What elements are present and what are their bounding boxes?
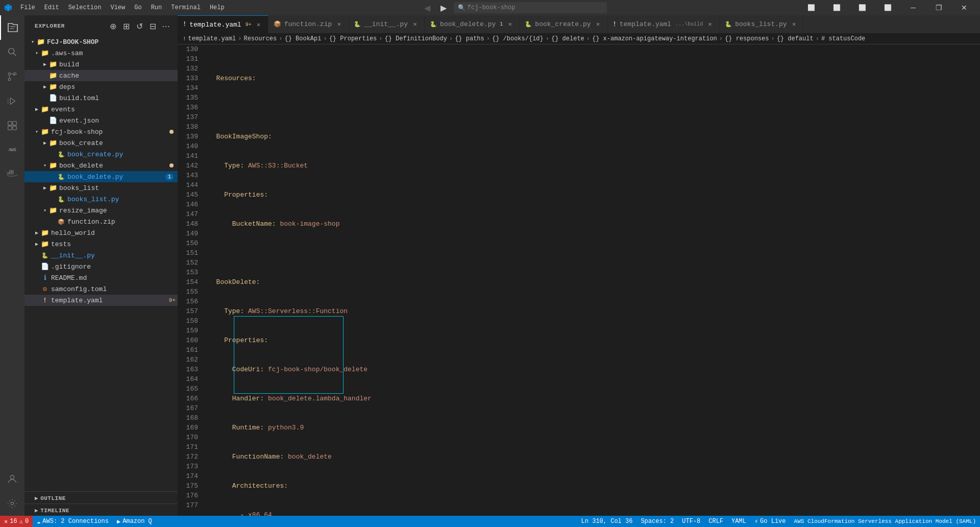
breadcrumb-template-yaml[interactable]: template.yaml: [188, 35, 236, 42]
tree-item-cache[interactable]: ▶ 📁 cache: [24, 70, 178, 81]
line-num-147: 147: [178, 209, 198, 219]
sidebar-item-source-control[interactable]: [0, 64, 24, 89]
tree-item-book-create[interactable]: ▶ 📁 book_create: [24, 137, 178, 149]
spaces-text: Spaces: 2: [641, 518, 674, 525]
tab-init-py[interactable]: 🐍 __init__.py ✕: [349, 15, 425, 33]
status-spaces[interactable]: Spaces: 2: [636, 516, 678, 527]
tree-item-aws-sam[interactable]: ▾ 📁 .aws-sam: [24, 47, 178, 59]
tree-item-event-json[interactable]: ▶ 📄 event.json: [24, 115, 178, 126]
sidebar-item-extensions[interactable]: [0, 113, 24, 138]
tree-item-events[interactable]: ▶ 📁 events: [24, 104, 178, 115]
account-icon[interactable]: [0, 467, 24, 491]
tab-template-yaml-build-close[interactable]: ✕: [706, 20, 714, 29]
outline-section[interactable]: ▶ OUTLINE: [24, 491, 178, 504]
new-folder-button[interactable]: ⊞: [120, 20, 132, 32]
event-json-icon: 📄: [49, 116, 57, 125]
collapse-all-button[interactable]: ⊟: [147, 20, 158, 32]
tree-item-gitignore[interactable]: ▶ 📄 .gitignore: [24, 261, 178, 272]
sidebar-item-docker[interactable]: [0, 162, 24, 187]
nav-back-button[interactable]: ◀: [421, 2, 433, 14]
layout-button-4[interactable]: ⬜: [876, 0, 899, 15]
menu-run[interactable]: Run: [147, 3, 166, 12]
tab-init-py-close[interactable]: ✕: [411, 20, 419, 29]
tree-item-hello-world[interactable]: ▶ 📁 hello_world: [24, 227, 178, 238]
breadcrumb-bookapi[interactable]: {} BookApi: [284, 35, 321, 42]
tab-function-zip-close[interactable]: ✕: [335, 20, 343, 29]
tab-template-yaml-build[interactable]: ! template.yaml ...\build ✕: [608, 15, 720, 33]
new-file-button[interactable]: ⊕: [107, 20, 118, 32]
breadcrumb-status-code[interactable]: # statusCode: [821, 35, 865, 42]
search-bar[interactable]: 🔍 fcj-book-shop: [454, 2, 607, 13]
breadcrumb-definition-body[interactable]: {} DefinitionBody: [385, 35, 447, 42]
menu-edit[interactable]: Edit: [40, 3, 63, 12]
timeline-section[interactable]: ▶ TIMELINE: [24, 504, 178, 516]
cache-folder-icon: 📁: [49, 71, 57, 80]
status-cursor-position[interactable]: Ln 310, Col 36: [577, 516, 637, 527]
sidebar-item-aws[interactable]: AWS: [0, 138, 24, 162]
tree-item-samconfig[interactable]: ▶ ⚙ samconfig.toml: [24, 283, 178, 295]
menu-view[interactable]: View: [106, 3, 129, 12]
sidebar-item-explorer[interactable]: [0, 15, 24, 40]
layout-button-3[interactable]: ⬜: [850, 0, 874, 15]
refresh-button[interactable]: ↺: [134, 20, 145, 32]
status-language[interactable]: YAML: [727, 516, 750, 527]
window-restore-button[interactable]: ❐: [927, 0, 950, 15]
status-errors[interactable]: ✕ 16 ⚠ 0: [0, 516, 33, 527]
tab-book-delete-py[interactable]: 🐍 book_delete.py 1 ✕: [425, 15, 520, 33]
status-go-live[interactable]: ⚡ Go Live: [750, 516, 790, 527]
status-aws-connections[interactable]: ☁ AWS: 2 Connections: [33, 516, 113, 527]
status-saml[interactable]: AWS CloudFormation Serverless Applicatio…: [790, 516, 980, 527]
breadcrumb-paths[interactable]: {} paths: [455, 35, 484, 42]
tab-template-yaml-close[interactable]: ✕: [255, 20, 263, 29]
tree-item-resize-image[interactable]: ▾ 📁 resize_image: [24, 205, 178, 216]
tree-item-build[interactable]: ▶ 📁 build: [24, 59, 178, 70]
settings-icon[interactable]: [0, 491, 24, 516]
layout-button-2[interactable]: ⬜: [825, 0, 848, 15]
tree-item-template-yaml[interactable]: ▶ ! template.yaml 9+: [24, 295, 178, 306]
nav-forward-button[interactable]: ▶: [437, 2, 450, 14]
status-line-ending[interactable]: CRLF: [704, 516, 727, 527]
tab-book-create-py-close[interactable]: ✕: [594, 20, 602, 29]
tab-books-list-py[interactable]: 🐍 books_list.py ✕: [720, 15, 803, 33]
layout-button-1[interactable]: ⬜: [799, 0, 823, 15]
tab-template-yaml[interactable]: ! template.yaml 9+ ✕: [178, 15, 268, 33]
tab-book-delete-py-close[interactable]: ✕: [506, 20, 514, 29]
sidebar-item-run-debug[interactable]: [0, 89, 24, 113]
window-close-button[interactable]: ✕: [952, 0, 976, 15]
tree-item-book-create-py[interactable]: ▶ 🐍 book_create.py: [24, 149, 178, 160]
tab-book-create-py[interactable]: 🐍 book_create.py ✕: [520, 15, 607, 33]
breadcrumb-books-id[interactable]: {} /books/{id}: [492, 35, 544, 42]
menu-file[interactable]: File: [16, 3, 39, 12]
breadcrumb-responses[interactable]: {} responses: [725, 35, 769, 42]
menu-selection[interactable]: Selection: [64, 3, 106, 12]
code-editor[interactable]: 130 131 132 133 134 135 136 137 138 139 …: [178, 44, 980, 516]
tab-function-zip[interactable]: 📦 function.zip ✕: [268, 15, 349, 33]
tree-item-function-zip[interactable]: ▶ 📦 function.zip: [24, 216, 178, 227]
tree-item-books-list-py[interactable]: ▶ 🐍 books_list.py: [24, 194, 178, 205]
menu-go[interactable]: Go: [130, 3, 145, 12]
tree-item-books-list[interactable]: ▶ 📁 books_list: [24, 182, 178, 194]
more-actions-button[interactable]: ⋯: [160, 20, 172, 32]
tree-item-readme[interactable]: ▶ ℹ README.md: [24, 272, 178, 283]
tree-item-deps[interactable]: ▶ 📁 deps: [24, 81, 178, 92]
aws-sam-folder-icon: 📁: [41, 49, 49, 57]
root-folder[interactable]: ▾ 📁 FCJ-BOOK-SHOP: [24, 36, 178, 47]
status-amazon-q[interactable]: ▶ Amazon Q: [113, 516, 156, 527]
menu-terminal[interactable]: Terminal: [167, 3, 205, 12]
window-minimize-button[interactable]: ─: [901, 0, 925, 15]
menu-help[interactable]: Help: [206, 3, 229, 12]
tree-item-tests[interactable]: ▶ 📁 tests: [24, 238, 178, 250]
tree-item-fcj-book-shop[interactable]: ▾ 📁 fcj-book-shop: [24, 126, 178, 137]
breadcrumb-delete[interactable]: {} delete: [551, 35, 584, 42]
tree-item-build-toml[interactable]: ▶ 📄 build.toml: [24, 92, 178, 104]
breadcrumb-default[interactable]: {} default: [777, 35, 814, 42]
sidebar-item-search[interactable]: [0, 40, 24, 64]
breadcrumb-x-amazon[interactable]: {} x-amazon-apigateway-integration: [592, 35, 717, 42]
tree-item-book-delete[interactable]: ▾ 📁 book_delete: [24, 160, 178, 171]
breadcrumb-resources[interactable]: Resources: [243, 35, 277, 42]
tree-item-init-py[interactable]: ▶ 🐍 __init__.py: [24, 250, 178, 261]
status-encoding[interactable]: UTF-8: [678, 516, 704, 527]
tree-item-book-delete-py[interactable]: ▶ 🐍 book_delete.py 1: [24, 171, 178, 182]
breadcrumb-properties[interactable]: {} Properties: [329, 35, 377, 42]
tab-books-list-py-close[interactable]: ✕: [790, 20, 798, 29]
